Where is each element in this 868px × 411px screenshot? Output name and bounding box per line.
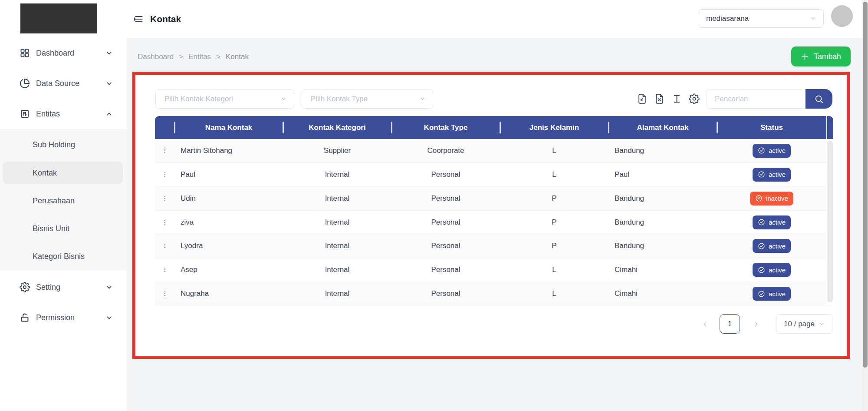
pie-chart-icon [20,78,30,89]
cell-jenis: L [500,163,608,186]
column-header-label: Kontak Type [424,123,468,132]
page-scrollbar[interactable] [862,0,868,411]
breadcrumb-item[interactable]: Dashboard [138,53,174,61]
cell-kategori: Supplier [283,139,391,162]
kebab-menu-icon[interactable] [161,242,169,250]
table-row: AsepInternalPersonalLCimahiactive [155,258,826,282]
row-menu-cell [155,234,174,258]
add-button[interactable]: Tambah [791,46,851,66]
kebab-menu-icon[interactable] [161,219,169,226]
pagination-next-icon[interactable] [753,321,760,328]
status-label: active [769,171,786,178]
breadcrumb-separator: > [179,53,183,61]
cell-name: Lyodra [174,234,283,258]
pagination-current-label: 1 [728,320,732,328]
check-circle-icon [758,266,765,274]
avatar[interactable] [831,5,853,27]
status-cell: active [717,234,826,258]
sliders-icon [20,109,30,119]
sidebar-item-label: Data Source [36,79,79,88]
status-label: active [769,266,786,274]
chevron-down-icon [105,314,113,322]
sidebar: Dashboard Data Source Entitas Sub Holdin… [0,0,127,411]
sidebar-item-permission[interactable]: Permission [0,306,127,329]
column-header [155,116,174,139]
sidebar-item-label: Setting [36,283,60,292]
column-header: Kontak Type [391,116,500,139]
status-cell: active [717,163,826,186]
cell-alamat: Paul [608,163,717,186]
column-separator [283,122,284,133]
status-badge: active [753,287,791,301]
search-icon [814,94,824,104]
row-menu-cell [155,211,174,234]
kebab-menu-icon[interactable] [161,290,169,298]
export-excel-icon[interactable] [654,93,665,104]
sidebar-item-label: Dashboard [36,49,74,58]
column-header: Nama Kontak [174,116,283,139]
page: Kontak mediasarana Dashboard Data Source… [0,0,868,411]
cell-name: Paul [174,163,283,186]
check-circle-icon [758,171,765,178]
sidebar-item-setting[interactable]: Setting [0,276,127,298]
table-row: NugrahaInternalPersonalLCimahiactive [155,282,826,305]
table-row: UdinInternalPersonalPBandunginactive [155,187,826,211]
kebab-menu-icon[interactable] [161,266,169,274]
cell-name: Martin Sitohang [174,139,283,162]
column-separator [608,122,609,133]
cell-kategori: Internal [283,211,391,234]
row-menu-cell [155,163,174,186]
page-scrollbar-thumb[interactable] [863,2,868,368]
sidebar-item-entitas[interactable]: Entitas [0,103,127,125]
row-menu-cell [155,139,174,162]
kebab-menu-icon[interactable] [161,195,169,202]
cell-alamat: Bandung [608,211,717,234]
kontak-type-select[interactable]: Pilih Kontak Type [302,89,433,109]
search-input[interactable]: Pencarian [707,89,806,109]
sidebar-item-kategori-bisnis[interactable]: Kategori Bisnis [0,245,127,268]
kebab-menu-icon[interactable] [161,171,169,179]
sidebar-item-data-source[interactable]: Data Source [0,72,127,95]
status-badge: active [753,215,791,229]
sidebar-item-bisnis-unit[interactable]: Bisnis Unit [0,217,127,240]
sidebar-item-sub-holding[interactable]: Sub Holding [0,133,127,156]
column-header: Alamat Kontak [608,116,717,139]
status-label: active [769,219,786,226]
search-placeholder: Pencarian [715,95,748,103]
column-settings-icon[interactable] [689,93,700,104]
workspace-select[interactable]: mediasarana [699,9,824,28]
text-width-icon[interactable] [671,93,682,104]
cell-jenis: L [500,139,608,162]
sidebar-item-dashboard[interactable]: Dashboard [0,42,127,64]
cell-type: Personal [391,163,500,186]
sidebar-item-perusahaan[interactable]: Perusahaan [0,189,127,212]
table-toolbar [637,93,700,104]
cell-type: Personal [391,258,500,282]
cell-alamat: Bandung [608,234,717,258]
cell-name: Udin [174,187,283,210]
chevron-up-icon [105,110,113,118]
export-pdf-icon[interactable] [637,93,648,104]
status-badge: active [753,168,791,182]
kontak-kategori-select[interactable]: Pilih Kontak Kategori [155,89,294,109]
status-badge: active [753,263,791,277]
workspace-select-value: mediasarana [706,14,749,23]
breadcrumb-item[interactable]: Entitas [188,53,211,61]
kebab-menu-icon[interactable] [161,147,169,155]
sidebar-item-label: Permission [36,313,75,322]
pagination-page-1[interactable]: 1 [720,314,740,334]
pagination-prev-icon[interactable] [701,321,709,328]
page-size-select[interactable]: 10 / page [776,314,832,334]
sidebar-item-kontak[interactable]: Kontak [0,162,127,184]
breadcrumb-item[interactable]: Kontak [226,53,249,61]
table-scrollbar-thumb[interactable] [827,141,833,302]
menu-fold-icon[interactable] [133,13,145,25]
sidebar-item-label: Sub Holding [33,140,75,149]
cell-jenis: L [500,282,608,305]
search-button[interactable] [806,89,832,109]
add-button-label: Tambah [814,52,841,61]
logo [20,3,97,33]
cell-kategori: Internal [283,187,391,210]
page-title: Kontak [150,14,181,24]
status-cell: active [717,258,826,282]
